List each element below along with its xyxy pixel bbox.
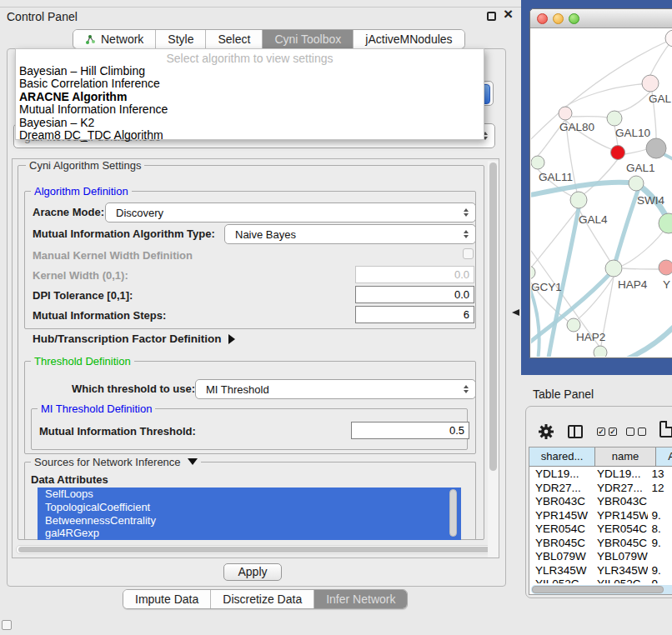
network-edge-highlighted[interactable]	[623, 321, 672, 357]
file-icon[interactable]	[659, 421, 672, 438]
algorithm-option[interactable]: Dream8 DC_TDC Algorithm	[16, 129, 484, 142]
mi-threshold-field[interactable]: 0.5	[351, 422, 469, 439]
network-node-gcy1[interactable]	[531, 266, 535, 279]
close-traffic-light-icon[interactable]	[537, 13, 548, 24]
network-canvas[interactable]: GALGAL80GAL10GAL1GAL11SWI4GAL4GCY1HAP4YH…	[531, 29, 672, 357]
zoom-traffic-light-icon[interactable]	[569, 13, 579, 24]
table-horizontal-scrollbar[interactable]	[531, 585, 672, 594]
column-header-shared[interactable]: shared...	[529, 448, 595, 467]
network-node-gal80[interactable]	[559, 107, 572, 120]
manual-kernel-checkbox[interactable]	[463, 248, 474, 259]
network-node-y[interactable]	[659, 260, 672, 275]
algorithm-option[interactable]: ARACNE Algorithm	[16, 91, 484, 103]
table-cell: YDL19...	[529, 468, 591, 482]
cyni-settings-panel: Cyni Algorithm Settings Algorithm Defini…	[12, 158, 499, 558]
network-node-gal[interactable]	[642, 75, 659, 92]
network-node-hap4[interactable]	[605, 260, 622, 277]
checked-checkbox-icon[interactable]: ✓	[609, 428, 617, 436]
settings-horizontal-scrollbar[interactable]	[16, 545, 498, 554]
tab-style[interactable]: Style	[156, 30, 206, 48]
panel-grip-icon[interactable]	[2, 620, 12, 630]
minimize-traffic-light-icon[interactable]	[553, 13, 564, 24]
tab-cyni-toolbox[interactable]: Cyni Toolbox	[263, 30, 354, 48]
table-cell: YER054C	[529, 522, 591, 537]
network-node-swi4[interactable]	[629, 176, 644, 191]
columns-icon[interactable]	[568, 425, 583, 438]
gear-icon[interactable]	[538, 423, 554, 440]
table-row[interactable]: YBR043CYBR043C	[529, 495, 672, 509]
kernel-width-field[interactable]: 0.0	[355, 266, 474, 283]
network-node[interactable]	[659, 213, 672, 233]
unchecked-checkbox-icon[interactable]	[626, 428, 634, 436]
network-edge[interactable]	[623, 268, 659, 269]
table-cell: YDR27...	[529, 482, 591, 496]
tab-impute-data[interactable]: Impute Data	[123, 590, 211, 608]
table-row[interactable]: YBL079WYBL079W	[529, 550, 672, 564]
attribute-list-item[interactable]: BetweennessCentrality	[38, 514, 461, 528]
dpi-tolerance-field[interactable]: 0.0	[355, 286, 474, 303]
network-edge[interactable]	[572, 117, 608, 118]
node-table: shared...nameA YDL19...YDL19...13YDR27..…	[529, 447, 672, 595]
network-node[interactable]	[594, 346, 607, 357]
which-threshold-value: MI Threshold	[206, 380, 269, 399]
network-node-gal4[interactable]	[570, 192, 587, 208]
network-node-gal10[interactable]	[607, 111, 622, 126]
table-row[interactable]: YDL19...YDL19...13	[529, 468, 672, 482]
attribute-list-item[interactable]: TopologicalCoefficient	[38, 501, 461, 514]
checked-checkbox-icon[interactable]: ✓	[597, 428, 605, 436]
control-panel-tabs: NetworkStyleSelectCyni ToolboxjActiveMNo…	[73, 29, 465, 49]
table-row[interactable]: YER054CYER054C8.	[529, 522, 672, 537]
network-edge[interactable]	[584, 159, 618, 194]
network-edge[interactable]	[624, 149, 647, 154]
unchecked-checkbox-icon[interactable]	[638, 428, 646, 436]
float-window-icon[interactable]	[487, 12, 496, 21]
aracne-mode-combo[interactable]: Discovery	[105, 202, 476, 222]
table-row[interactable]: YLR345WYLR345W9.	[529, 564, 672, 578]
network-node-label: HAP4	[618, 278, 648, 291]
column-header-name[interactable]: name	[595, 448, 656, 467]
tab-label: Infer Network	[326, 592, 395, 606]
algorithm-option[interactable]: Mutual Information Inference	[16, 103, 484, 116]
tab-infer-network[interactable]: Infer Network	[314, 590, 407, 608]
tab-select[interactable]: Select	[206, 30, 263, 48]
tab-network[interactable]: Network	[73, 30, 156, 48]
network-edge[interactable]	[614, 92, 650, 112]
which-threshold-combo[interactable]: MI Threshold	[195, 379, 476, 399]
table-cell: YPR145W	[529, 509, 591, 523]
mi-steps-field[interactable]: 6	[355, 306, 474, 323]
list-scrollbar[interactable]	[449, 489, 457, 537]
network-node-label: GAL4	[579, 213, 608, 226]
algorithm-option[interactable]: Bayesian – K2	[16, 117, 484, 129]
table-cell: YBL079W	[529, 550, 591, 564]
table-cell: YBR045C	[529, 537, 591, 551]
mi-threshold-label: Mutual Information Threshold:	[39, 425, 196, 438]
network-node[interactable]	[646, 138, 666, 158]
mouse-cursor	[512, 309, 519, 316]
tab-discretize-data[interactable]: Discretize Data	[211, 590, 314, 608]
table-row[interactable]: YPR145WYPR145W9.	[529, 509, 672, 523]
apply-button[interactable]: Apply	[223, 563, 282, 581]
table-row[interactable]: YIL052CYIL052C9.	[529, 578, 672, 583]
attribute-list-item[interactable]: gal4RGexp	[38, 527, 461, 540]
network-window-titlebar[interactable]	[530, 9, 672, 28]
column-header-a[interactable]: A	[656, 448, 672, 467]
hub-section-toggle[interactable]: Hub/Transcription Factor Definition	[33, 332, 235, 345]
table-row[interactable]: YDR27...YDR27...12	[529, 482, 672, 496]
settings-vertical-scrollbar[interactable]	[488, 161, 499, 558]
network-node-label: GAL11	[539, 171, 573, 183]
mi-type-combo[interactable]: Naive Bayes	[224, 224, 476, 244]
algorithm-option[interactable]: Bayesian – Hill Climbing	[16, 65, 484, 78]
network-node[interactable]	[665, 30, 672, 47]
table-row[interactable]: YBR045CYBR045C9.	[529, 537, 672, 551]
network-node-hap2[interactable]	[567, 318, 580, 332]
algorithm-option[interactable]: Basic Correlation Inference	[16, 78, 484, 90]
network-node-label: SWI4	[637, 194, 664, 207]
sources-section-toggle[interactable]: Sources for Network Inference	[31, 456, 201, 468]
mi-steps-label: Mutual Information Steps:	[33, 309, 166, 322]
network-node-gal11[interactable]	[531, 156, 544, 169]
attribute-list-item[interactable]: SelfLoops	[38, 488, 461, 501]
close-icon[interactable]: ×	[504, 6, 513, 22]
tab-jactivemnodules[interactable]: jActiveMNodules	[354, 30, 464, 48]
network-node-gal1[interactable]	[611, 146, 625, 160]
network-edge-highlighted[interactable]	[614, 188, 639, 265]
